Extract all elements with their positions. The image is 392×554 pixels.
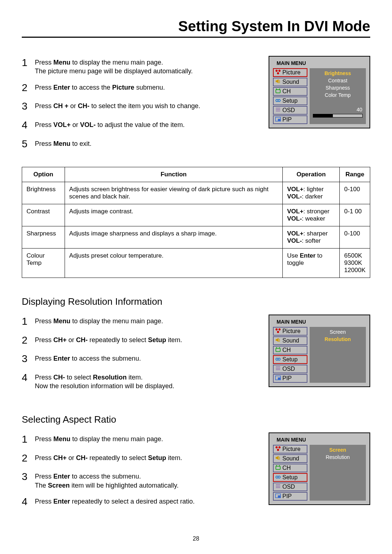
svg-point-27 xyxy=(279,446,281,448)
page-title: Setting System In DVI Mode xyxy=(22,18,370,38)
osd-item-osd: OSD xyxy=(273,483,307,491)
osd-item-label: OSD xyxy=(282,366,295,372)
osd-item-pip: PIP xyxy=(273,492,307,501)
setup-icon xyxy=(275,474,281,481)
osd-title: MAIN MENU xyxy=(277,60,366,66)
picture-icon xyxy=(275,69,281,76)
osd-item-sound: Sound xyxy=(273,78,307,86)
osd-item-label: PIP xyxy=(282,493,292,500)
osd-icon xyxy=(275,484,281,490)
step-text: Press Menu to display the menu main page… xyxy=(35,56,193,76)
svg-point-13 xyxy=(276,328,278,330)
step-text: Press CH- to select Resolution item.Now … xyxy=(35,371,174,391)
osd-slider xyxy=(313,114,363,118)
osd-item-sound: Sound xyxy=(273,454,307,463)
cell-function: Adjusts preset colour temperature. xyxy=(65,248,282,278)
osd-item-label: Sound xyxy=(282,337,299,344)
osd-panel: MAIN MENUPictureSoundCHSetupOSDPIPBright… xyxy=(269,56,370,128)
step-number: 3 xyxy=(22,99,35,113)
osd-item-ch: CH xyxy=(273,464,307,472)
table-row: ContrastAdjusts image contrast.VOL+: str… xyxy=(22,204,370,226)
step: 4Press Enter repeatedly to select a desi… xyxy=(22,495,261,509)
osd-panel: MAIN MENUPictureSoundCHSetupOSDPIPScreen… xyxy=(269,315,370,387)
sound-icon xyxy=(275,337,281,344)
step-number: 1 xyxy=(22,432,35,446)
step: 5Press Menu to exit. xyxy=(22,137,261,151)
step-text: Press CH+ or CH- repeatedly to select Se… xyxy=(35,451,182,462)
step-text: Press Enter to access the submenu.The Sc… xyxy=(35,470,179,490)
osd-sub-item: Color Temp xyxy=(311,92,364,98)
table-row: Colour TempAdjusts preset colour tempera… xyxy=(22,248,370,278)
osd-item-osd: OSD xyxy=(273,365,307,373)
osd-slider-value: 40 xyxy=(311,107,364,112)
osd-icon xyxy=(275,107,281,114)
osd-left-menu: PictureSoundCHSetupOSDPIP xyxy=(273,327,307,383)
step-text: Press VOL+ or VOL- to adjust the value o… xyxy=(35,118,185,129)
cell-range: 0-100 xyxy=(340,182,370,204)
step-number: 1 xyxy=(22,56,35,70)
osd-item-label: Setup xyxy=(282,356,298,363)
step-number: 2 xyxy=(22,81,35,95)
cell-operation: VOL+: sharperVOL-: softer xyxy=(282,226,339,248)
osd-item-osd: OSD xyxy=(273,106,307,115)
cell-operation: Use Enter to toggle xyxy=(282,248,339,278)
cell-range: 0-1 00 xyxy=(340,204,370,226)
ch-icon xyxy=(275,347,281,353)
table-header: Function xyxy=(65,167,282,182)
page-number: 28 xyxy=(22,535,370,542)
sound-icon xyxy=(275,79,281,85)
osd-item-label: Picture xyxy=(282,69,301,76)
pip-icon xyxy=(275,493,281,500)
step-text: Press Enter repeatedly to select a desir… xyxy=(35,495,195,506)
step: 1Press Menu to display the menu main pag… xyxy=(22,432,261,446)
osd-item-label: PIP xyxy=(282,375,292,382)
sound-icon xyxy=(275,455,281,462)
osd-submenu: ScreenResolution xyxy=(310,327,366,383)
svg-point-32 xyxy=(276,476,278,478)
step-number: 3 xyxy=(22,352,35,366)
osd-title: MAIN MENU xyxy=(277,437,366,443)
osd-submenu: BrightnessContrastSharpnessColor Temp40 xyxy=(310,68,366,124)
table-header: Option xyxy=(22,167,65,182)
svg-rect-3 xyxy=(276,90,280,93)
osd-item-label: Setup xyxy=(282,474,298,481)
step-text: Press Menu to display the menu main page… xyxy=(35,315,163,325)
step: 2Press CH+ or CH- repeatedly to select S… xyxy=(22,333,261,347)
cell-range: 6500K9300K12000K xyxy=(340,248,370,278)
svg-rect-12 xyxy=(278,119,280,121)
osd-sub-item: Resolution xyxy=(311,454,364,460)
osd-item-picture: Picture xyxy=(273,327,307,336)
table-row: BrightnessAdjusts screen brightness for … xyxy=(22,182,370,204)
step: 3Press Enter to access the submenu. xyxy=(22,352,261,366)
step-number: 1 xyxy=(22,315,35,328)
section: 1Press Menu to display the menu main pag… xyxy=(22,56,370,278)
step: 1Press Menu to display the menu main pag… xyxy=(22,315,261,328)
section-heading: Selecting Aspect Ratio xyxy=(22,414,370,425)
section: Displaying Resolution Information1Press … xyxy=(22,296,370,396)
section: Selecting Aspect Ratio1Press Menu to dis… xyxy=(22,414,370,514)
svg-rect-16 xyxy=(276,348,280,352)
svg-point-15 xyxy=(277,331,279,333)
svg-point-28 xyxy=(277,449,279,451)
osd-item-picture: Picture xyxy=(273,68,307,77)
svg-point-0 xyxy=(276,70,278,72)
osd-item-ch: CH xyxy=(273,87,307,96)
cell-operation: VOL+: lighterVOL-: darker xyxy=(282,182,339,204)
osd-left-menu: PictureSoundCHSetupOSDPIP xyxy=(273,68,307,124)
cell-function: Adjusts image contrast. xyxy=(65,204,282,226)
svg-rect-29 xyxy=(276,466,280,469)
osd-item-label: Picture xyxy=(282,328,301,335)
osd-item-label: Picture xyxy=(282,446,301,452)
osd-icon xyxy=(275,366,281,372)
osd-sub-item: Screen xyxy=(311,447,364,453)
svg-rect-38 xyxy=(278,496,280,497)
step: 1Press Menu to display the menu main pag… xyxy=(22,56,261,76)
osd-item-setup: Setup xyxy=(273,355,307,364)
step-text: Press Enter to access the Picture submen… xyxy=(35,81,165,92)
osd-sub-item: Screen xyxy=(311,329,364,335)
osd-item-label: Sound xyxy=(282,79,299,85)
step-text: Press CH+ or CH- repeatedly to select Se… xyxy=(35,333,182,344)
svg-point-14 xyxy=(279,328,281,330)
cell-option: Contrast xyxy=(22,204,65,226)
osd-item-label: CH xyxy=(282,347,291,353)
